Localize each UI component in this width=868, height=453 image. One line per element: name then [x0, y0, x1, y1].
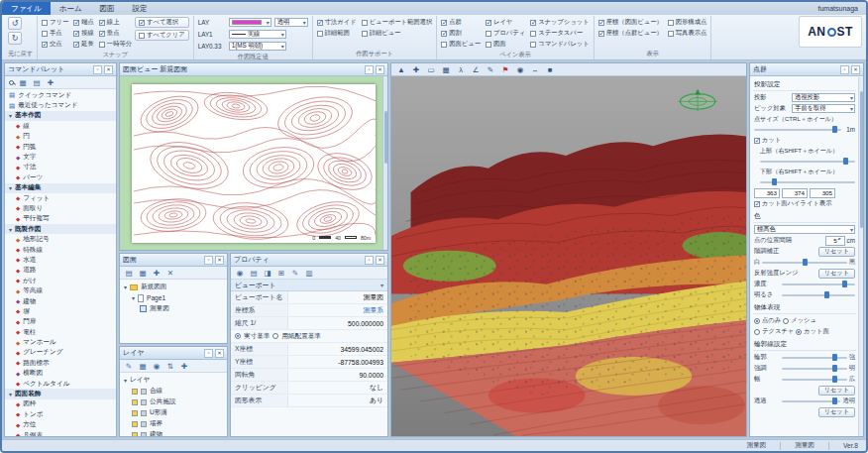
select-cursor-icon[interactable]: ▲: [396, 64, 406, 74]
pane-toggle[interactable]: 図割: [441, 28, 481, 39]
checkbox-icon[interactable]: [668, 31, 674, 37]
slider-thumb[interactable]: [832, 365, 837, 372]
checkbox-icon[interactable]: [441, 42, 447, 48]
outline-reset-button[interactable]: リセット: [818, 386, 855, 396]
palette-row[interactable]: 地形記号: [5, 234, 116, 244]
property-value[interactable]: 90.0000: [288, 369, 387, 381]
layers-root-node[interactable]: ▾ レイヤ: [120, 375, 227, 386]
alpha-slider[interactable]: [782, 397, 840, 405]
palette-row[interactable]: 建物: [5, 296, 116, 306]
measure-lambda-icon[interactable]: λ: [456, 64, 466, 74]
checkbox-icon[interactable]: [441, 20, 447, 26]
target-icon[interactable]: ◉: [515, 64, 525, 74]
property-value[interactable]: 測量系: [288, 304, 387, 316]
support-toggle[interactable]: 詳細範囲: [317, 28, 357, 39]
display-toggle[interactable]: 座標（図面ビュー）: [598, 17, 663, 28]
layer-color-dropdown[interactable]: [229, 18, 271, 27]
palette-row[interactable]: 線: [5, 121, 116, 131]
font-dropdown[interactable]: 1(MS 明朝): [229, 42, 286, 51]
pin-icon[interactable]: ▫: [365, 65, 374, 74]
palette-row[interactable]: 門扉: [5, 317, 116, 327]
edit-icon[interactable]: ✎: [290, 268, 300, 278]
info-icon[interactable]: ◉: [235, 268, 245, 278]
add-point-icon[interactable]: ✚: [411, 64, 421, 74]
pane-toggle[interactable]: 図面: [486, 39, 525, 50]
distance-icon[interactable]: ↔: [530, 64, 540, 74]
support-toggle[interactable]: ビューポート範囲選択: [362, 17, 433, 28]
split-view-icon[interactable]: ◨: [263, 268, 272, 278]
palette-row[interactable]: 図面装飾: [5, 389, 116, 398]
palette-row[interactable]: トンボ: [5, 409, 116, 419]
density-slider[interactable]: [782, 281, 855, 288]
projection-dropdown[interactable]: 透視投影: [792, 93, 855, 102]
layer-grid-icon[interactable]: ▦: [138, 361, 148, 371]
palette-row[interactable]: 平行複写: [5, 214, 116, 224]
display-toggle[interactable]: 写真表示点: [668, 28, 706, 39]
property-row[interactable]: 縮尺 1/ 500.000000: [231, 317, 387, 330]
pin-icon[interactable]: ▫: [840, 65, 849, 74]
slider-thumb[interactable]: [843, 158, 848, 165]
palette-row[interactable]: 円: [5, 132, 116, 142]
slider-thumb[interactable]: [832, 397, 837, 404]
property-row[interactable]: ビューポート名 測量図: [231, 291, 387, 304]
grid-icon[interactable]: ▦: [441, 64, 451, 74]
tab-home[interactable]: ホーム: [51, 2, 91, 15]
layer-row[interactable]: 建物: [120, 429, 227, 436]
radio-icon[interactable]: [235, 333, 241, 339]
edit-icon[interactable]: ✎: [486, 64, 495, 74]
palette-row[interactable]: ベクトルタイル: [5, 379, 116, 389]
redo-icon[interactable]: ↻: [8, 32, 22, 45]
filter-icon[interactable]: ▥: [304, 268, 314, 278]
checkbox-icon[interactable]: [42, 42, 48, 48]
pane-toggle[interactable]: プロパティ: [486, 28, 525, 39]
cut-checkbox[interactable]: [754, 138, 760, 144]
point-interval-stepper[interactable]: 5: [825, 236, 845, 246]
tone-slider[interactable]: [762, 259, 846, 267]
pane-toggle[interactable]: ステータスバー: [530, 28, 590, 39]
drawing-scrollbar[interactable]: [382, 76, 387, 250]
radio-icon[interactable]: [796, 329, 802, 335]
support-toggle[interactable]: 寸法ガイド: [317, 17, 357, 28]
layer-row[interactable]: 場界: [120, 418, 227, 429]
tab-drawing[interactable]: 図面: [91, 2, 124, 15]
sheet-list-icon[interactable]: ▤: [124, 268, 134, 278]
delete-sheet-icon[interactable]: ✕: [165, 268, 175, 278]
layer-visibility-icon[interactable]: [141, 410, 147, 416]
chevron-down-icon[interactable]: ▾: [124, 377, 127, 384]
layer-visibility-icon[interactable]: [141, 399, 147, 405]
close-icon[interactable]: ✕: [215, 256, 224, 265]
grid-icon[interactable]: ⊞: [276, 268, 286, 278]
palette-row[interactable]: 道路: [5, 266, 116, 276]
checkbox-icon[interactable]: [362, 20, 368, 26]
alpha-reset-button[interactable]: リセット: [818, 407, 855, 417]
palette-row[interactable]: 最近使ったコマンド: [5, 100, 116, 110]
cut-upper-slider[interactable]: [760, 158, 855, 166]
outline-slider[interactable]: [782, 376, 847, 384]
list-view-icon[interactable]: ▤: [32, 77, 42, 87]
sheet-grid-icon[interactable]: ▦: [138, 268, 148, 278]
palette-row[interactable]: クイックコマンド: [5, 90, 116, 100]
checkbox-icon[interactable]: [486, 42, 491, 48]
tree-node-page[interactable]: ▾ Page1: [120, 292, 227, 303]
checkbox-icon[interactable]: [530, 42, 536, 48]
display-toggle[interactable]: 座標（点群ビュー）: [598, 28, 663, 39]
slider-thumb[interactable]: [832, 376, 837, 383]
cube-icon[interactable]: ■: [545, 64, 555, 74]
add-command-icon[interactable]: ✚: [46, 77, 55, 87]
checkbox-icon[interactable]: [99, 20, 105, 26]
property-row[interactable]: Y座標 -87758.004993: [231, 356, 387, 369]
snap-toggle[interactable]: 手点: [42, 28, 68, 39]
layer-visibility-icon[interactable]: [141, 389, 147, 395]
snap-toggle[interactable]: 線上: [99, 17, 132, 28]
palette-row[interactable]: グレーチング: [5, 348, 116, 358]
snap-toggle[interactable]: 交点: [42, 39, 68, 50]
checkbox-icon[interactable]: [530, 31, 536, 37]
property-row[interactable]: クリッピング なし: [231, 382, 387, 395]
property-value[interactable]: なし: [288, 382, 387, 394]
pane-toggle[interactable]: スナップショット: [530, 17, 590, 28]
palette-row[interactable]: 方位: [5, 420, 116, 430]
close-icon[interactable]: ✕: [215, 349, 224, 358]
checkbox-icon[interactable]: [530, 20, 536, 26]
property-row[interactable]: X座標 34599.045002: [231, 343, 387, 356]
pick-target-dropdown[interactable]: 手前を取得: [792, 104, 855, 113]
